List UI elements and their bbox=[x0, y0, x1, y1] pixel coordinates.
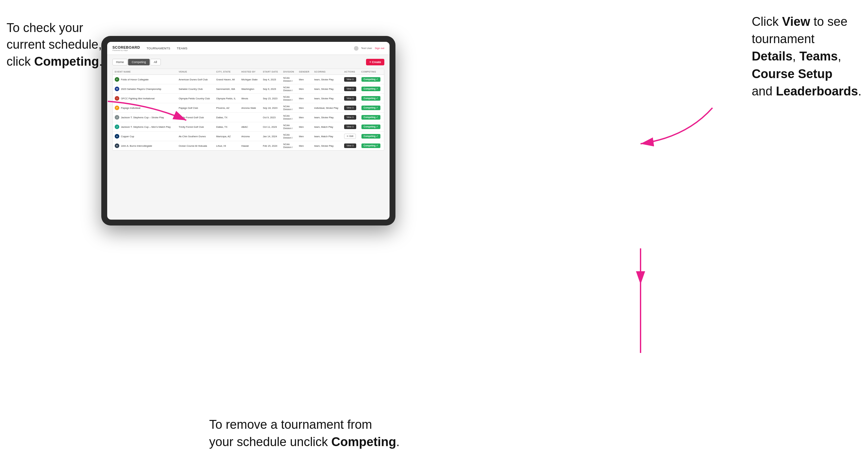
cell-venue: Olympia Fields Country Club bbox=[177, 94, 214, 103]
annotation-bottom: To remove a tournament from your schedul… bbox=[209, 416, 400, 451]
cell-scoring: team, Match Play bbox=[312, 132, 342, 141]
edit-button[interactable]: ✏ Edit bbox=[344, 134, 356, 139]
cell-event-name: F Folds of Honor Collegiate bbox=[113, 75, 177, 84]
competing-button[interactable]: Competing ✓ bbox=[362, 144, 381, 148]
view-button[interactable]: View ⊙ bbox=[344, 115, 356, 120]
cell-start-date: Sep 15, 2023 bbox=[261, 94, 281, 103]
cell-gender: Men bbox=[297, 132, 312, 141]
cell-hosted-by: Washington bbox=[240, 84, 261, 94]
annotation-top-right: Click View to see tournament Details, Te… bbox=[752, 13, 862, 100]
view-button[interactable]: View ⊙ bbox=[344, 87, 356, 91]
team-logo: A bbox=[115, 134, 119, 138]
competing-button[interactable]: Competing ✓ bbox=[362, 96, 381, 101]
cell-venue: Papago Golf Club bbox=[177, 103, 214, 113]
table-row: H John A. Burns Intercollegiate Ocean Co… bbox=[113, 141, 384, 151]
event-name-text: Jackson T. Stephens Cup – Men's Match Pl… bbox=[121, 125, 170, 128]
cell-venue: Trinity Forest Golf Club bbox=[177, 113, 214, 122]
cell-city-state: Maricopa, AZ bbox=[214, 132, 240, 141]
cell-division: NCAADivision I bbox=[281, 132, 297, 141]
view-button[interactable]: View ⊙ bbox=[344, 105, 356, 110]
header-right: Test User Sign out bbox=[354, 46, 384, 51]
cell-gender: Men bbox=[297, 122, 312, 132]
cell-actions: View ⊙ bbox=[342, 113, 359, 122]
table-row: A Copper Cup Ak-Chin Southern DunesMaric… bbox=[113, 132, 384, 141]
event-name-text: Papago Individual bbox=[121, 106, 141, 110]
event-name-text: Folds of Honor Collegiate bbox=[121, 78, 149, 81]
table-row: J Jackson T. Stephens Cup – Stroke Play … bbox=[113, 113, 384, 122]
cell-division: NCAADivision I bbox=[281, 141, 297, 151]
competing-button[interactable]: Competing ✓ bbox=[362, 125, 381, 129]
competing-button[interactable]: Competing ✓ bbox=[362, 115, 381, 120]
cell-division: NCAADivision I bbox=[281, 94, 297, 103]
competing-button[interactable]: Competing ✓ bbox=[362, 105, 381, 110]
team-logo: H bbox=[115, 144, 119, 148]
cell-start-date: Sep 4, 2023 bbox=[261, 75, 281, 84]
annotation-teams-bold: Teams bbox=[799, 49, 838, 63]
cell-competing: Competing ✓ bbox=[360, 94, 384, 103]
sign-out-link[interactable]: Sign out bbox=[375, 47, 384, 50]
cell-city-state: Sammamish, WA bbox=[214, 84, 240, 94]
tab-competing[interactable]: Competing bbox=[128, 59, 150, 65]
tournaments-table: EVENT NAME VENUE CITY, STATE HOSTED BY S… bbox=[113, 69, 384, 151]
cell-scoring: individual, Stroke Play bbox=[312, 103, 342, 113]
cell-competing: Competing ✓ bbox=[360, 141, 384, 151]
view-button[interactable]: View ⊙ bbox=[344, 125, 356, 129]
view-button[interactable]: View ⊙ bbox=[344, 96, 356, 101]
cell-actions: View ⊙ bbox=[342, 141, 359, 151]
scoreboard-logo: SCOREBOARD Powered by clippi bbox=[113, 45, 140, 51]
cell-start-date: Oct 9, 2023 bbox=[261, 113, 281, 122]
cell-start-date: Feb 15, 2024 bbox=[261, 141, 281, 151]
cell-event-name: I OFCC Fighting Illini Invitational bbox=[113, 94, 177, 103]
competing-button[interactable]: Competing ✓ bbox=[362, 87, 381, 91]
cell-actions: View ⊙ bbox=[342, 94, 359, 103]
event-name-text: 2023 Sahalee Players Championship bbox=[121, 88, 161, 91]
cell-division: NCAADivision I bbox=[281, 113, 297, 122]
tab-all[interactable]: All bbox=[150, 59, 161, 65]
annotation-competing-bottom-bold: Competing bbox=[331, 435, 396, 449]
cell-competing: Competing ✓ bbox=[360, 113, 384, 122]
team-logo: I bbox=[115, 96, 119, 101]
cell-event-name: J Jackson T. Stephens Cup – Stroke Play bbox=[113, 113, 177, 122]
view-button[interactable]: View ⊙ bbox=[344, 144, 356, 148]
view-button[interactable]: View ⊙ bbox=[344, 77, 356, 82]
col-scoring: SCORING bbox=[312, 69, 342, 75]
cell-city-state: Grand Haven, MI bbox=[214, 75, 240, 84]
cell-division: NCAADivision I bbox=[281, 84, 297, 94]
team-logo: W bbox=[115, 87, 119, 91]
cell-gender: Men bbox=[297, 103, 312, 113]
cell-competing: Competing ✓ bbox=[360, 103, 384, 113]
nav-teams[interactable]: TEAMS bbox=[177, 47, 188, 50]
cell-hosted-by bbox=[240, 113, 261, 122]
cell-scoring: team, Stroke Play bbox=[312, 75, 342, 84]
logo-main-text: SCOREBOARD bbox=[113, 45, 140, 49]
col-city-state: CITY, STATE bbox=[214, 69, 240, 75]
cell-venue: Ocean Course At Hokuala bbox=[177, 141, 214, 151]
event-name-text: John A. Burns Intercollegiate bbox=[121, 145, 152, 147]
cell-competing: Competing ✓ bbox=[360, 122, 384, 132]
annotation-line1: To check your bbox=[6, 21, 83, 35]
col-actions: ACTIONS bbox=[342, 69, 359, 75]
cell-city-state: Dallas, TX bbox=[214, 113, 240, 122]
annotation-competing-bold: Competing bbox=[34, 55, 99, 68]
annotation-view-bold: View bbox=[782, 15, 810, 28]
cell-competing: Competing ✓ bbox=[360, 75, 384, 84]
table-row: F Folds of Honor Collegiate American Dun… bbox=[113, 75, 384, 84]
cell-gender: Men bbox=[297, 113, 312, 122]
cell-city-state: Dallas, TX bbox=[214, 122, 240, 132]
competing-button[interactable]: Competing ✓ bbox=[362, 77, 381, 82]
cell-hosted-by: Hawaii bbox=[240, 141, 261, 151]
cell-scoring: team, Stroke Play bbox=[312, 94, 342, 103]
cell-scoring: team, Stroke Play bbox=[312, 84, 342, 94]
team-logo: P bbox=[115, 105, 119, 110]
nav-tournaments[interactable]: TOURNAMENTS bbox=[147, 47, 170, 50]
tablet-frame: SCOREBOARD Powered by clippi TOURNAMENTS… bbox=[101, 36, 396, 225]
cell-event-name: W 2023 Sahalee Players Championship bbox=[113, 84, 177, 94]
cell-hosted-by: Michigan State bbox=[240, 75, 261, 84]
user-icon bbox=[354, 46, 359, 51]
create-button[interactable]: + Create bbox=[366, 59, 384, 65]
app-header: SCOREBOARD Powered by clippi TOURNAMENTS… bbox=[107, 42, 390, 55]
tab-home[interactable]: Home bbox=[113, 59, 127, 65]
competing-button[interactable]: Competing ✓ bbox=[362, 134, 381, 138]
cell-city-state: Phoenix, AZ bbox=[214, 103, 240, 113]
annotation-top-left: To check your current schedule, click Co… bbox=[6, 20, 102, 70]
